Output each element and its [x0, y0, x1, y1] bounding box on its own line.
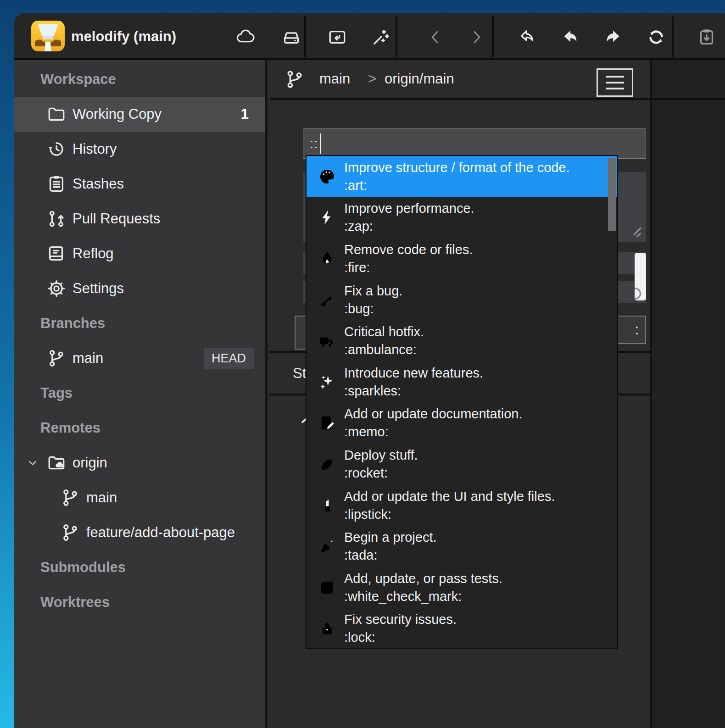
app-logo-icon — [31, 21, 65, 51]
option-emoji-code: :bug: — [344, 300, 603, 318]
sync-icon[interactable] — [646, 27, 667, 48]
option-text: Critical hotfix.:ambulance: — [344, 323, 603, 359]
toolbar-divider — [304, 17, 306, 57]
option-description: Deploy stuff. — [344, 446, 603, 464]
section-header-label: Branches — [40, 315, 105, 332]
option-text: Add or update documentation.:memo: — [344, 405, 603, 441]
option-text: Begin a project.:tada: — [344, 528, 603, 564]
magic-wand-icon[interactable] — [370, 27, 391, 48]
bug-icon — [318, 290, 337, 310]
option-text: Deploy stuff.:rocket: — [344, 446, 603, 482]
clipboard-down-icon[interactable] — [696, 27, 717, 48]
breadcrumb-current-branch[interactable]: main — [319, 71, 350, 87]
sidebar-item-label: feature/add-about-page — [86, 524, 235, 541]
option-description: Introduce new features. — [344, 364, 603, 382]
option-text: Introduce new features.:sparkles: — [344, 364, 603, 400]
gitmoji-option-rocket[interactable]: Deploy stuff.:rocket: — [307, 444, 617, 485]
sidebar-item-reflog[interactable]: Reflog — [14, 236, 265, 271]
sidebar-item-stashes[interactable]: Stashes — [14, 167, 265, 201]
gitmoji-option-fire[interactable]: Remove code or files.:fire: — [307, 238, 617, 279]
app-window: melodify (main) WorkspaceWorking Copy1Hi… — [14, 13, 725, 728]
sidebar-item-origin[interactable]: origin — [14, 445, 265, 480]
option-description: Improve structure / format of the code. — [344, 159, 603, 177]
gitmoji-option-bug[interactable]: Fix a bug.:bug: — [307, 279, 617, 321]
option-text: Improve structure / format of the code.:… — [344, 159, 603, 195]
sidebar-section-tags: Tags — [14, 376, 265, 411]
sidebar-item-feature-add-about-page[interactable]: feature/add-about-page — [14, 515, 265, 550]
gitmoji-option-lock[interactable]: Fix security issues.:lock: — [307, 608, 617, 649]
sidebar-item-label: Reflog — [72, 245, 114, 262]
toolbar-divider — [492, 17, 494, 57]
breadcrumb-tracking-branch[interactable]: origin/main — [385, 71, 454, 87]
titlebar: melodify (main) — [14, 13, 725, 60]
option-text: Fix a bug.:bug: — [344, 282, 603, 318]
item-count-badge: 1 — [241, 106, 249, 122]
sidebar-item-label: origin — [72, 455, 107, 471]
sidebar-section-submodules: Submodules — [14, 550, 265, 585]
gear-icon — [46, 278, 67, 299]
option-emoji-code: :lock: — [344, 628, 603, 646]
section-header-label: Submodules — [40, 559, 126, 576]
option-description: Begin a project. — [344, 528, 603, 546]
gitmoji-option-art[interactable]: Improve structure / format of the code.:… — [307, 156, 617, 197]
history-icon — [46, 139, 67, 160]
sidebar-section-branches: Branches — [14, 306, 265, 341]
gitmoji-option-memo[interactable]: Add or update documentation.:memo: — [307, 403, 617, 444]
option-description: Critical hotfix. — [344, 323, 603, 341]
option-description: Remove code or files. — [344, 241, 603, 259]
dropdown-scrollbar-thumb[interactable] — [608, 158, 616, 231]
option-description: Add or update the UI and style files. — [344, 488, 603, 506]
sidebar-section-workspace: Workspace — [14, 62, 265, 97]
palette-icon — [318, 167, 337, 186]
zap-icon — [318, 208, 337, 227]
logo-horn-shape — [38, 24, 58, 36]
sidebar: WorkspaceWorking Copy1HistoryStashesPull… — [14, 60, 268, 728]
gitmoji-option-tada[interactable]: Begin a project.:tada: — [307, 526, 617, 567]
memo-icon — [318, 413, 337, 433]
option-emoji-code: :memo: — [344, 423, 603, 441]
cloud-icon[interactable] — [235, 27, 256, 48]
logo-stem-shape — [45, 42, 51, 51]
breadcrumb-separator: > — [368, 71, 376, 87]
option-emoji-code: :art: — [344, 177, 603, 195]
resize-grip[interactable] — [631, 227, 643, 239]
sidebar-item-label: Stashes — [72, 176, 124, 192]
gitmoji-option-white_check_mark[interactable]: Add, update, or pass tests.:white_check_… — [307, 567, 617, 608]
gitmoji-option-sparkles[interactable]: Introduce new features.:sparkles: — [307, 361, 617, 403]
share-arrow-icon[interactable] — [516, 27, 537, 48]
drive-icon[interactable] — [281, 27, 302, 48]
chevron-down-icon[interactable] — [26, 456, 39, 470]
button-label-fragment: : — [635, 322, 639, 338]
panel-menu-button[interactable] — [597, 68, 633, 97]
commit-summary-input[interactable]: :: — [303, 128, 646, 159]
undo-arrow-icon[interactable] — [559, 27, 580, 48]
sidebar-item-pull-requests[interactable]: Pull Requests — [14, 201, 265, 236]
chevron-right-icon[interactable] — [466, 27, 487, 48]
sidebar-item-label: main — [86, 489, 117, 506]
option-text: Improve performance.:zap: — [344, 200, 603, 235]
gitmoji-option-lipstick[interactable]: Add or update the UI and style files.:li… — [307, 485, 617, 526]
sidebar-item-settings[interactable]: Settings — [14, 271, 265, 306]
tada-icon — [318, 537, 337, 556]
folder-return-icon[interactable] — [327, 27, 348, 48]
sidebar-section-remotes: Remotes — [14, 411, 265, 445]
option-emoji-code: :fire: — [344, 259, 603, 277]
sidebar-item-main[interactable]: main — [14, 480, 265, 515]
option-emoji-code: :lipstick: — [344, 506, 603, 523]
option-emoji-code: :sparkles: — [344, 382, 603, 400]
sidebar-item-working-copy[interactable]: Working Copy1 — [14, 97, 265, 132]
gitmoji-option-zap[interactable]: Improve performance.:zap: — [307, 197, 617, 239]
sidebar-item-history[interactable]: History — [14, 132, 265, 167]
gitmoji-option-ambulance[interactable]: Critical hotfix.:ambulance: — [307, 320, 617, 361]
redo-arrow-icon[interactable] — [603, 27, 624, 48]
sidebar-item-label: main — [72, 350, 103, 367]
sidebar-item-label: Working Copy — [72, 106, 162, 122]
occluded-white-element — [635, 253, 646, 300]
option-description: Improve performance. — [344, 200, 603, 217]
check-box-icon — [318, 578, 337, 597]
chevron-left-icon[interactable] — [424, 27, 446, 48]
sidebar-item-label: History — [72, 141, 117, 157]
option-emoji-code: :zap: — [344, 217, 603, 235]
diff-panel-empty — [652, 60, 725, 728]
sidebar-item-main[interactable]: mainHEAD — [14, 341, 265, 376]
